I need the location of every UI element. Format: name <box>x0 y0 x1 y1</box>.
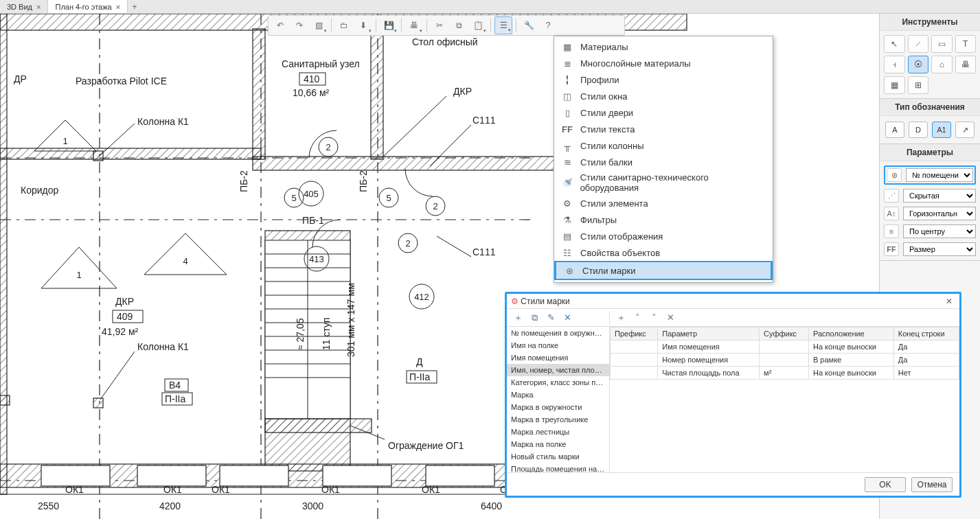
col-header[interactable]: Суффикс <box>760 327 809 341</box>
mark-tool[interactable]: ⦿ <box>908 56 929 73</box>
add-row-button[interactable]: ＋ <box>614 311 628 325</box>
style-list-item[interactable]: Имя помещения <box>507 351 609 364</box>
menu-column-styles[interactable]: ╥Стили колонны <box>554 137 773 154</box>
dim-tool[interactable]: ⫞ <box>884 56 905 73</box>
menu-materials[interactable]: ▦Материалы <box>554 38 773 55</box>
row-up-button[interactable]: ˄ <box>630 311 644 325</box>
style-list-item[interactable]: Категория, класс зоны помещен <box>507 376 609 389</box>
settings-button[interactable]: 🔧 <box>520 16 538 34</box>
menu-filters[interactable]: ⚗Фильтры <box>554 211 773 228</box>
grid-tool[interactable]: ⊞ <box>908 76 929 94</box>
gear-icon: ⚙ <box>561 197 573 209</box>
menu-door-styles[interactable]: ▯Стили двери <box>554 104 773 121</box>
style-list-item[interactable]: Новый стиль марки <box>507 450 609 463</box>
ok-button[interactable]: OK <box>865 477 906 492</box>
style-list-item[interactable]: Марка <box>507 389 609 401</box>
style-list-item[interactable]: Площадь помещения на полке <box>507 463 609 472</box>
svg-rect-22 <box>93 398 103 408</box>
panel-title: Параметры <box>880 144 980 161</box>
menu-profiles[interactable]: ╏Профили <box>554 71 773 88</box>
cut-button[interactable]: ✂ <box>431 16 448 34</box>
style-list-item[interactable]: Имя, номер, чистая площадь по <box>507 364 609 376</box>
desig-a[interactable]: A <box>885 122 904 138</box>
dialog-footer: OK Отмена <box>507 472 959 496</box>
column-icon: ╥ <box>561 139 573 152</box>
svg-text:6400: 6400 <box>481 500 502 511</box>
menu-element-styles[interactable]: ⚙Стили элемента <box>554 195 773 211</box>
menu-multilayer[interactable]: ≣Многослойные материалы <box>554 55 773 71</box>
table-row[interactable]: Чистая площадь полам²На конце выноскиНет <box>611 367 959 380</box>
menu-window-styles[interactable]: ◫Стили окна <box>554 88 773 104</box>
param-line-style: ⋰ Скрытая <box>884 189 976 203</box>
style-list-item[interactable]: Марка в окружности <box>507 401 609 413</box>
plumbing-icon: 🚿 <box>561 176 573 189</box>
add-tab-button[interactable]: + <box>128 2 141 12</box>
rect-tool[interactable]: ▭ <box>931 35 953 53</box>
pointer-tool[interactable]: ↖ <box>884 35 905 53</box>
dialog-titlebar[interactable]: ⚙ Стили марки ✕ <box>507 294 959 309</box>
import-button[interactable]: ⬇▾ <box>354 16 372 34</box>
help-button[interactable]: ? <box>539 16 557 34</box>
arc-tool[interactable]: ⟋ <box>908 35 929 53</box>
style-list-item[interactable]: Марка в треугольнике <box>507 413 609 426</box>
dialog-close-button[interactable]: ✕ <box>943 297 955 306</box>
box3d-button[interactable]: ▧▾ <box>310 16 328 34</box>
table-row[interactable]: Имя помещенияНа конце выноскиДа <box>611 341 959 354</box>
add-style-button[interactable]: ＋ <box>511 311 525 325</box>
tools-panel: Инструменты ↖ ⟋ ▭ T ⫞ ⦿ ⌂ 🖶 ▦ ⊞ <box>880 14 980 99</box>
svg-rect-16 <box>137 465 206 486</box>
table-tool[interactable]: ▦ <box>884 76 905 94</box>
col-header[interactable]: Расположение <box>808 327 893 341</box>
tag-icon: ⊛ <box>563 264 576 277</box>
menu-mark-styles[interactable]: ⊛Стили марки <box>554 261 773 280</box>
col-header[interactable]: Конец строки <box>893 327 959 341</box>
styles-list[interactable]: № помещения в окружностиИмя на полкеИмя … <box>507 327 610 472</box>
copy-button[interactable]: ⧉ <box>450 16 468 34</box>
svg-text:4200: 4200 <box>159 500 181 511</box>
paste-button[interactable]: 📋▾ <box>469 16 487 34</box>
style-list-item[interactable]: № помещения в окружности <box>507 327 609 339</box>
close-icon[interactable]: × <box>116 3 120 11</box>
col-header[interactable]: Параметр <box>658 327 760 341</box>
size-select[interactable]: Размер <box>903 242 976 256</box>
col-header[interactable]: Префикс <box>611 327 658 341</box>
align-select[interactable]: По центру <box>903 224 976 238</box>
tab-floor-plan[interactable]: План 4-го этажа × <box>48 0 128 13</box>
undo-button[interactable]: ↶ <box>271 16 289 34</box>
cancel-button[interactable]: Отмена <box>911 477 953 492</box>
edit-style-button[interactable]: ✎ <box>544 311 558 325</box>
tab-3d-view[interactable]: 3D Вид × <box>0 0 48 13</box>
print-tool[interactable]: 🖶 <box>955 56 977 73</box>
close-icon[interactable]: × <box>36 3 41 11</box>
menu-display-styles[interactable]: ▤Стили отображения <box>554 228 773 244</box>
menu-text-styles[interactable]: FFСтили текста <box>554 121 773 137</box>
desig-d[interactable]: D <box>909 122 928 138</box>
orientation-select[interactable]: Горизонтальн <box>903 207 976 220</box>
table-row[interactable]: Номер помещенияВ рамкеДа <box>611 354 959 367</box>
room-number-select[interactable]: № помещени <box>906 168 973 182</box>
style-list-item[interactable]: Имя на полке <box>507 339 609 351</box>
svg-text:1: 1 <box>62 136 67 146</box>
print-button[interactable]: 🖶▾ <box>405 16 423 34</box>
mark-styles-dialog: ⚙ Стили марки ✕ ＋ ⧉ ✎ ✕ ＋ ˄ ˅ ✕ № помеще… <box>505 292 961 498</box>
style-list-item[interactable]: Марка на полке <box>507 438 609 450</box>
line-style-select[interactable]: Скрытая <box>903 189 976 203</box>
menu-beam-styles[interactable]: ≋Стили балки <box>554 154 773 170</box>
text-tool[interactable]: T <box>955 35 977 53</box>
open-button[interactable]: 🗀 <box>335 16 353 34</box>
desig-arrow[interactable]: ↗ <box>955 122 975 138</box>
delete-row-button[interactable]: ✕ <box>663 311 677 325</box>
style-list-item[interactable]: Марка лестницы <box>507 426 609 438</box>
row-down-button[interactable]: ˅ <box>647 311 661 325</box>
styles-manager-button[interactable]: ☰▾ <box>494 16 512 34</box>
duplicate-style-button[interactable]: ⧉ <box>527 311 541 325</box>
style-params-table[interactable]: ПрефиксПараметрСуффиксРасположениеКонец … <box>610 327 959 472</box>
delete-style-button[interactable]: ✕ <box>560 311 574 325</box>
house-tool[interactable]: ⌂ <box>931 56 953 73</box>
menu-object-props[interactable]: ☷Свойства объектов <box>554 244 773 261</box>
redo-button[interactable]: ↷ <box>290 16 308 34</box>
menu-sanitary-styles[interactable]: 🚿Стили санитарно-технического оборудован… <box>554 170 773 195</box>
save-button[interactable]: 💾▾ <box>380 16 398 34</box>
text-icon: FF <box>561 123 573 135</box>
desig-a1[interactable]: A1 <box>932 122 951 138</box>
